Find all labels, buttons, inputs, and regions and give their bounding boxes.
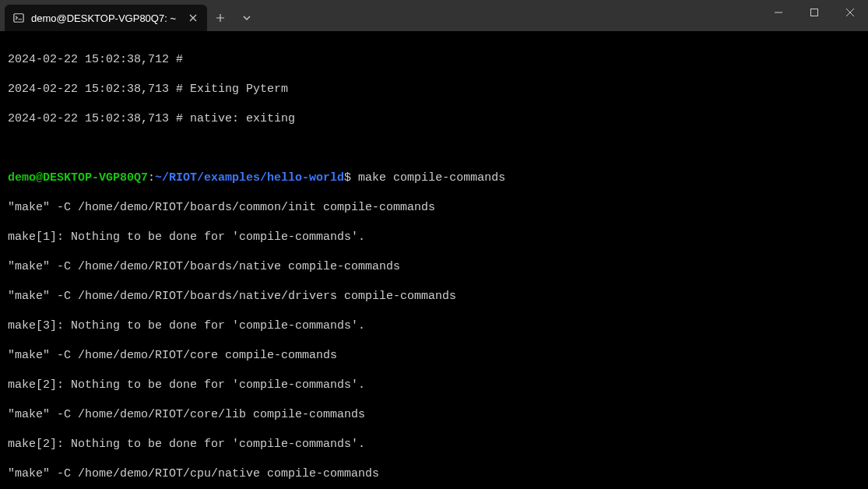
window-controls: [761, 0, 868, 25]
prompt-command: make compile-commands: [351, 171, 505, 185]
log-line: 2024-02-22 15:02:38,713 # Exiting Pyterm: [8, 82, 860, 97]
tab-strip: demo@DESKTOP-VGP80Q7: ~: [0, 0, 260, 31]
prompt-dollar: $: [344, 171, 351, 185]
maximize-button[interactable]: [796, 0, 832, 25]
svg-rect-0: [14, 14, 23, 23]
output-line: "make" -C /home/demo/RIOT/cpu/native com…: [8, 466, 860, 481]
tab-title: demo@DESKTOP-VGP80Q7: ~: [31, 11, 176, 26]
close-window-button[interactable]: [832, 0, 868, 25]
tab-terminal[interactable]: demo@DESKTOP-VGP80Q7: ~: [5, 5, 207, 31]
minimize-button[interactable]: [761, 0, 796, 25]
output-line: "make" -C /home/demo/RIOT/boards/native/…: [8, 289, 860, 304]
new-tab-button[interactable]: [207, 5, 234, 31]
prompt-path: ~/RIOT/examples/hello-world: [155, 171, 344, 185]
output-line: "make" -C /home/demo/RIOT/core compile-c…: [8, 348, 860, 363]
output-line: "make" -C /home/demo/RIOT/core/lib compi…: [8, 407, 860, 422]
tab-dropdown-button[interactable]: [234, 5, 260, 31]
prompt-sep: :: [148, 171, 155, 185]
output-line: make[2]: Nothing to be done for 'compile…: [8, 378, 860, 392]
svg-rect-1: [811, 9, 818, 16]
prompt-user-host: demo@DESKTOP-VGP80Q7: [8, 171, 148, 185]
titlebar: demo@DESKTOP-VGP80Q7: ~: [0, 0, 868, 31]
output-line: "make" -C /home/demo/RIOT/boards/native …: [8, 259, 860, 274]
output-line: "make" -C /home/demo/RIOT/boards/common/…: [8, 200, 860, 215]
output-line: make[1]: Nothing to be done for 'compile…: [8, 230, 860, 244]
terminal-icon: [12, 12, 25, 24]
tab-close-button[interactable]: [187, 12, 199, 24]
output-line: make[3]: Nothing to be done for 'compile…: [8, 318, 860, 333]
log-line: 2024-02-22 15:02:38,713 # native: exitin…: [8, 111, 860, 126]
log-line: 2024-02-22 15:02:38,712 #: [8, 52, 860, 67]
terminal-area[interactable]: 2024-02-22 15:02:38,712 # 2024-02-22 15:…: [0, 31, 868, 489]
blank-line: [8, 141, 860, 156]
output-line: make[2]: Nothing to be done for 'compile…: [8, 437, 860, 452]
prompt-line: demo@DESKTOP-VGP80Q7:~/RIOT/examples/hel…: [8, 171, 860, 185]
